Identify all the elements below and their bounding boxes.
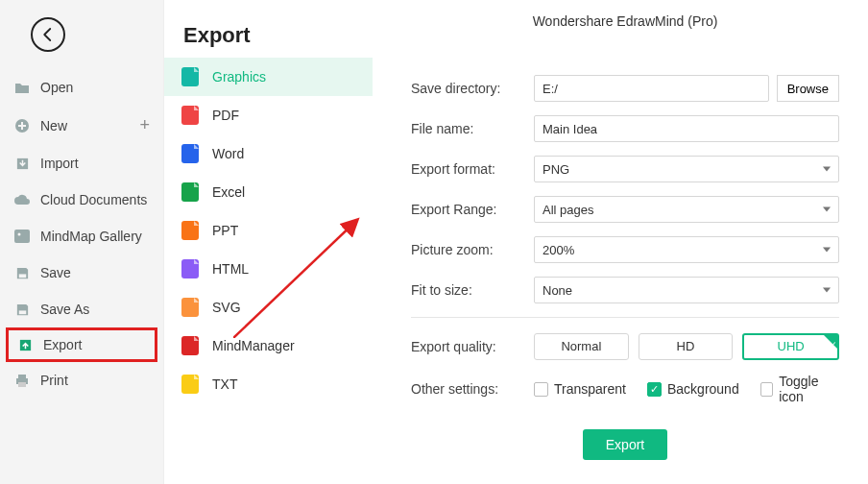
sidebar-item-label: New [40, 118, 67, 133]
format-label: MindManager [212, 338, 295, 353]
transparent-checkbox[interactable]: Transparent [534, 381, 626, 397]
sidebar-item-export[interactable]: Export [6, 327, 157, 362]
format-label: Excel [212, 184, 245, 200]
svg-rect-3 [18, 274, 26, 278]
export-quality-label: Export quality: [411, 339, 534, 354]
sidebar-item-label: MindMap Gallery [40, 229, 142, 244]
sidebar-item-label: Export [43, 337, 82, 352]
sidebar-item-print[interactable]: Print [0, 362, 163, 399]
other-settings-label: Other settings: [411, 381, 534, 397]
export-title: Export [164, 0, 373, 58]
export-range-label: Export Range: [411, 202, 534, 217]
sidebar-item-label: Print [40, 373, 68, 388]
folder-icon [13, 79, 31, 96]
format-panel: Export Graphics PDF Word Excel PPT HTML … [163, 0, 373, 484]
divider [411, 317, 839, 318]
save-directory-label: Save directory: [411, 81, 534, 96]
svg-rect-7 [18, 382, 26, 387]
picture-zoom-label: Picture zoom: [411, 242, 534, 257]
settings-panel: Wondershare EdrawMind (Pro) Save directo… [373, 0, 868, 484]
format-item-html[interactable]: HTML [164, 250, 373, 288]
sidebar-item-label: Save As [40, 302, 89, 317]
quality-uhd-button[interactable]: UHD [742, 333, 839, 360]
excel-file-icon [181, 182, 199, 202]
export-icon [16, 336, 34, 353]
sidebar-item-import[interactable]: Import [0, 145, 163, 182]
sidebar-item-label: Cloud Documents [40, 192, 147, 207]
sidebar-item-open[interactable]: Open [0, 69, 163, 106]
export-range-select[interactable]: All pages [534, 196, 839, 223]
import-icon [13, 155, 31, 172]
quality-normal-button[interactable]: Normal [534, 333, 629, 360]
sidebar-item-label: Import [40, 156, 79, 171]
sidebar-item-save[interactable]: Save [0, 254, 163, 291]
fit-size-select[interactable]: None [534, 277, 839, 303]
format-item-graphics[interactable]: Graphics [164, 58, 373, 96]
mindmanager-file-icon [181, 336, 199, 355]
ppt-file-icon [181, 221, 199, 240]
export-button[interactable]: Export [583, 429, 667, 460]
export-format-label: Export format: [411, 161, 534, 177]
format-item-word[interactable]: Word [164, 134, 373, 173]
gallery-icon [13, 228, 31, 245]
filename-input[interactable]: Main Idea [534, 115, 839, 142]
fit-size-label: Fit to size: [411, 282, 534, 298]
plus-icon[interactable]: + [139, 115, 150, 135]
arrow-left-icon [39, 26, 57, 43]
sidebar-item-mindmap-gallery[interactable]: MindMap Gallery [0, 218, 163, 254]
sidebar-item-label: Open [40, 80, 73, 95]
browse-button[interactable]: Browse [777, 75, 839, 102]
print-icon [13, 372, 31, 389]
svg-point-2 [18, 233, 21, 236]
sidebar-item-save-as[interactable]: Save As [0, 291, 163, 327]
format-item-txt[interactable]: TXT [164, 365, 373, 403]
toggle-icon-checkbox[interactable]: Toggle icon [760, 374, 839, 404]
sidebar-item-new[interactable]: New + [0, 106, 163, 145]
save-icon [13, 264, 31, 281]
checkbox-box [534, 382, 548, 397]
sidebar-item-label: Save [40, 265, 71, 280]
svg-rect-6 [18, 375, 26, 378]
format-label: Word [212, 146, 244, 161]
sidebar-item-cloud-documents[interactable]: Cloud Documents [0, 182, 163, 218]
format-item-pdf[interactable]: PDF [164, 96, 373, 134]
background-checkbox[interactable]: ✓ Background [647, 381, 739, 397]
app-title: Wondershare EdrawMind (Pro) [411, 13, 839, 29]
svg-file-icon [181, 298, 199, 317]
pdf-file-icon [181, 106, 199, 125]
html-file-icon [181, 259, 199, 278]
format-label: PPT [212, 223, 238, 238]
save-as-icon [13, 301, 31, 318]
back-button[interactable] [31, 17, 65, 52]
picture-zoom-select[interactable]: 200% [534, 236, 839, 263]
format-label: HTML [212, 261, 249, 277]
svg-rect-1 [14, 230, 30, 243]
left-sidebar: Open New + Import Cloud Documents MindMa… [0, 0, 163, 484]
svg-rect-4 [18, 310, 26, 314]
filename-label: File name: [411, 121, 534, 136]
format-item-svg[interactable]: SVG [164, 288, 373, 327]
txt-file-icon [181, 375, 199, 394]
checkbox-box: ✓ [647, 382, 662, 397]
format-item-excel[interactable]: Excel [164, 173, 373, 211]
save-directory-input[interactable]: E:/ [534, 75, 769, 102]
cloud-icon [13, 191, 31, 208]
checkbox-label: Toggle icon [779, 374, 839, 404]
export-format-select[interactable]: PNG [534, 156, 839, 182]
checkbox-label: Background [667, 381, 739, 397]
format-label: SVG [212, 300, 241, 315]
quality-hd-button[interactable]: HD [639, 333, 734, 360]
graphics-file-icon [181, 67, 199, 86]
format-item-mindmanager[interactable]: MindManager [164, 327, 373, 365]
format-label: PDF [212, 108, 239, 123]
checkbox-label: Transparent [554, 381, 626, 397]
checkbox-box [760, 382, 774, 397]
format-label: TXT [212, 376, 237, 392]
format-label: Graphics [212, 69, 266, 85]
format-item-ppt[interactable]: PPT [164, 211, 373, 250]
plus-circle-icon [13, 117, 31, 134]
word-file-icon [181, 144, 199, 163]
